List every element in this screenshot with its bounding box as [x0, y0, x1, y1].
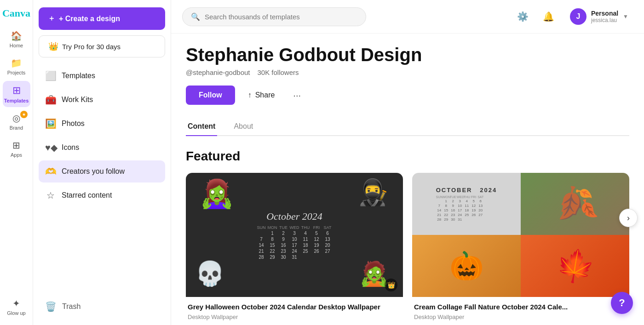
- halloween-cal-grid: SUNMONTUEWEDTHUFRISAT 123456 78910111213…: [256, 225, 333, 260]
- nav-templates[interactable]: ⊞ Templates: [3, 81, 30, 107]
- nav-apps-label: Apps: [11, 152, 22, 158]
- featured-grid: 🧟‍♀️ 🥷 October 2024 SUNMONTUEWEDTHUFRISA…: [186, 173, 629, 322]
- halloween-thumb: 🧟‍♀️ 🥷 October 2024 SUNMONTUEWEDTHUFRISA…: [186, 173, 403, 297]
- pumpkin-icon: 🎃: [449, 250, 484, 282]
- nav-glow-up-label: Glow up: [7, 310, 25, 316]
- chevron-right-icon: ›: [627, 213, 630, 223]
- brand-badge: ★: [20, 111, 28, 118]
- user-email: jessica.lau: [591, 17, 618, 23]
- starred-icon: ☆: [45, 190, 56, 201]
- icon-nav: Canva 🏠 Home 📁 Projects ⊞ Templates ★ ◎ …: [0, 0, 33, 325]
- fall-calendar-inset: OCTOBER 2024 SUNMONTUEWEDTHUFRISAT 12345…: [436, 187, 497, 222]
- nav-apps[interactable]: ⊞ Apps: [3, 136, 30, 161]
- settings-button[interactable]: ⚙️: [514, 7, 532, 26]
- sidebar-photos-label: Photos: [62, 120, 85, 128]
- create-button[interactable]: ＋ + Create a design: [39, 7, 165, 30]
- sidebar-item-creators[interactable]: 🫶 Creators you follow: [39, 160, 165, 182]
- search-container: 🔍: [182, 7, 366, 26]
- profile-header: Stephanie Godbout Design @stephanie-godb…: [186, 45, 629, 105]
- topbar: 🔍 ⚙️ 🔔 J Personal jessica.lau ▼: [171, 0, 644, 34]
- profile-title: Stephanie Godbout Design: [186, 45, 629, 65]
- fall-card-grid: OCTOBER 2024 SUNMONTUEWEDTHUFRISAT 12345…: [412, 173, 629, 297]
- apps-icon: ⊞: [12, 140, 20, 151]
- fall-card-title: Cream Collage Fall Nature October 2024 C…: [414, 302, 627, 312]
- halloween-card-info: Grey Halloween October 2024 Calendar Des…: [186, 297, 403, 322]
- ghost-figure-tr: 🥷: [357, 177, 389, 207]
- sidebar-icons-label: Icons: [62, 143, 79, 152]
- sidebar-work-kits-label: Work Kits: [62, 96, 93, 104]
- sidebar-templates-label: Templates: [62, 72, 95, 80]
- icons-sidebar-icon: ♥◆: [45, 142, 56, 153]
- fall-cal-grid: SUNMONTUEWEDTHUFRISAT 123456 78910111213…: [436, 195, 497, 222]
- share-button[interactable]: ↑ Share: [241, 86, 282, 104]
- more-button[interactable]: ···: [288, 86, 306, 104]
- featured-section: Featured 🧟‍♀️ 🥷 October 2024 SUNMONTUEWE…: [186, 149, 629, 322]
- sidebar-item-templates[interactable]: ⬜ Templates: [39, 65, 165, 87]
- create-button-label: + Create a design: [59, 15, 120, 23]
- fall-q1-calendar: OCTOBER 2024 SUNMONTUEWEDTHUFRISAT 12345…: [412, 173, 521, 235]
- home-icon: 🏠: [11, 30, 22, 41]
- chevron-down-icon: ▼: [623, 13, 628, 20]
- templates-icon: ⊞: [12, 85, 21, 97]
- sidebar-item-icons[interactable]: ♥◆ Icons: [39, 137, 165, 159]
- profile-actions: Follow ↑ Share ···: [186, 86, 629, 105]
- card-fall-calendar[interactable]: OCTOBER 2024 SUNMONTUEWEDTHUFRISAT 12345…: [412, 173, 629, 322]
- carousel-next-button[interactable]: ›: [619, 209, 638, 227]
- pro-button[interactable]: 👑 Try Pro for 30 days: [39, 35, 165, 57]
- card-halloween-calendar[interactable]: 🧟‍♀️ 🥷 October 2024 SUNMONTUEWEDTHUFRISA…: [186, 173, 403, 322]
- sidebar: ＋ + Create a design 👑 Try Pro for 30 day…: [33, 0, 171, 325]
- search-input[interactable]: [205, 13, 357, 21]
- tab-content[interactable]: Content: [186, 118, 217, 136]
- sidebar-item-work-kits[interactable]: 🧰 Work Kits: [39, 89, 165, 111]
- profile-handle: @stephanie-godbout: [186, 68, 250, 76]
- profile-content: Stephanie Godbout Design @stephanie-godb…: [171, 34, 644, 325]
- fall-q3-pumpkins: 🎃: [412, 235, 521, 297]
- question-mark-icon: ?: [619, 297, 625, 309]
- settings-icon: ⚙️: [517, 11, 529, 22]
- share-icon: ↑: [248, 91, 252, 99]
- user-info: Personal jessica.lau: [591, 10, 618, 23]
- user-menu[interactable]: J Personal jessica.lau ▼: [565, 6, 633, 28]
- nav-glow-up[interactable]: ✦ Glow up: [3, 294, 30, 319]
- nav-home[interactable]: 🏠 Home: [3, 27, 30, 52]
- fall-card-info: Cream Collage Fall Nature October 2024 C…: [412, 297, 629, 322]
- tab-about[interactable]: About: [232, 118, 255, 136]
- nav-home-label: Home: [10, 43, 23, 48]
- brand-icon: ◎: [12, 113, 20, 124]
- sidebar-creators-label: Creators you follow: [62, 167, 125, 176]
- fall-q2-leaves: 🍂: [521, 173, 629, 235]
- nav-brand-label: Brand: [10, 125, 23, 131]
- nav-brand[interactable]: ★ ◎ Brand: [3, 109, 30, 134]
- pro-button-label: Try Pro for 30 days: [62, 43, 121, 51]
- bell-icon: 🔔: [543, 11, 554, 22]
- topbar-right: ⚙️ 🔔 J Personal jessica.lau ▼: [514, 6, 633, 28]
- profile-followers: 30K followers: [258, 68, 299, 76]
- fall-q4-orange: 🍁: [521, 235, 629, 297]
- nav-bottom: ✦ Glow up: [3, 294, 30, 319]
- halloween-card-subtitle: Desktop Wallpaper: [188, 314, 401, 320]
- main-content: 🔍 ⚙️ 🔔 J Personal jessica.lau ▼: [171, 0, 644, 325]
- help-button[interactable]: ?: [611, 292, 633, 314]
- nav-projects[interactable]: 📁 Projects: [3, 54, 30, 79]
- sidebar-item-photos[interactable]: 🖼️ Photos: [39, 113, 165, 135]
- notifications-button[interactable]: 🔔: [540, 7, 558, 26]
- sidebar-item-trash[interactable]: 🗑️ Trash: [39, 296, 165, 318]
- more-icon: ···: [293, 90, 301, 100]
- avatar: J: [570, 8, 586, 25]
- trash-icon: 🗑️: [45, 301, 57, 312]
- leaf-icon: 🍂: [550, 180, 600, 228]
- creators-icon: 🫶: [45, 166, 56, 177]
- create-plus-icon: ＋: [48, 14, 55, 23]
- search-icon: 🔍: [191, 12, 200, 21]
- orange-leaf-icon: 🍁: [552, 245, 598, 288]
- sidebar-starred-label: Starred content: [62, 191, 112, 200]
- sidebar-item-starred[interactable]: ☆ Starred content: [39, 184, 165, 206]
- fall-thumb: OCTOBER 2024 SUNMONTUEWEDTHUFRISAT 12345…: [412, 173, 629, 297]
- pro-crown-badge: 👑: [385, 279, 397, 291]
- trash-label: Trash: [62, 302, 80, 311]
- fall-card-subtitle: Desktop Wallpaper: [414, 314, 627, 320]
- follow-button[interactable]: Follow: [186, 86, 235, 105]
- canva-logo: Canva: [0, 6, 34, 25]
- nav-projects-label: Projects: [7, 70, 26, 75]
- photos-icon: 🖼️: [45, 118, 56, 129]
